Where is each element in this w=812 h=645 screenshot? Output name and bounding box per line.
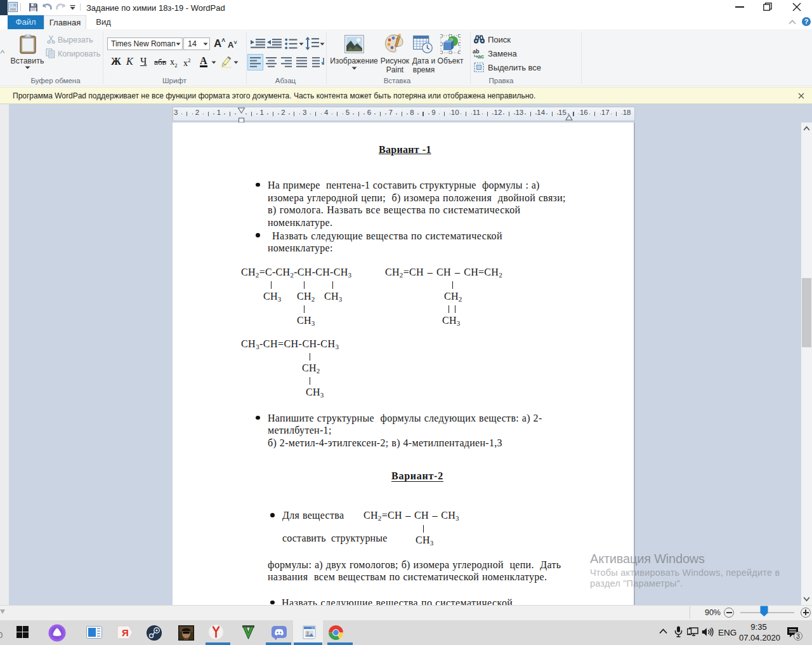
svg-text:Я: Я: [122, 627, 129, 638]
